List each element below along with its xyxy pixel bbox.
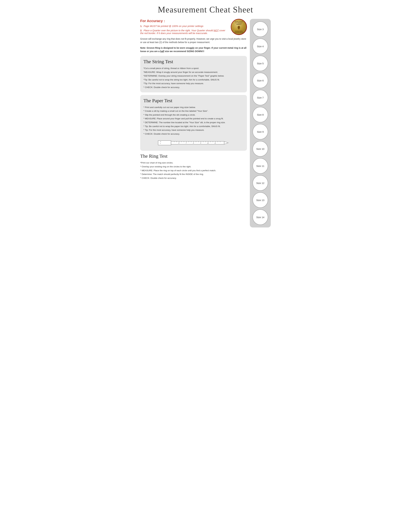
item2-text-before: Place a Quarter over the picture to the … — [144, 29, 214, 32]
right-sidebar: Size 3 Size 4 Size 5 Size 6 Size 7 Size … — [250, 19, 271, 228]
size-circle-13: Size 13 — [252, 192, 268, 208]
string-test-items: *Cut a small piece of string, thread or … — [143, 66, 244, 89]
coin-top-text: UNITED STATES — [234, 21, 243, 22]
svg-text:11: 11 — [215, 143, 216, 144]
main-layout: For Accuracy : 1. Page MUST be printed @… — [140, 19, 271, 228]
accuracy-item-1: 1. Page MUST be printed @ 100% on your p… — [140, 25, 228, 28]
size-circle-3: Size 3 — [252, 21, 268, 37]
size-circle-11: Size 11 — [252, 158, 268, 174]
size-circle-10: Size 10 — [252, 141, 268, 157]
ring-test-section: The Ring Test *Print our chart of ring s… — [140, 153, 247, 180]
svg-point-1 — [239, 27, 240, 27]
list-item: * Determine: The match should perfectly … — [140, 172, 247, 176]
list-item: * Print and carefully cut out our paper … — [143, 105, 244, 109]
svg-text:6: 6 — [178, 143, 179, 144]
size-circle-8: Size 8 — [252, 107, 268, 122]
string-test-title: The String Test — [143, 59, 244, 64]
list-item: *Print our chart of ring size circles. — [140, 161, 247, 165]
item2-number: 2. — [140, 29, 142, 32]
accuracy-text: For Accuracy : 1. Page MUST be printed @… — [140, 19, 228, 35]
accuracy-section: For Accuracy : 1. Page MUST be printed @… — [140, 19, 247, 35]
coin-profile-svg — [237, 25, 241, 31]
svg-text:8: 8 — [193, 143, 194, 144]
page-title: Measurement Cheat Sheet — [140, 5, 271, 14]
size-circle-4: Size 4 — [252, 38, 268, 54]
item1-number: 1. — [140, 25, 142, 28]
size-circle-9: Size 9 — [252, 124, 268, 139]
exchange-note: Groove will exchange any ring that does … — [140, 37, 247, 44]
snug-note: Note: Groove Ring is designed to be worn… — [140, 46, 247, 53]
list-item: * CHECK: Double check for accuracy. — [143, 86, 244, 89]
list-item: * MEASURE: Place the ring on top of each… — [140, 169, 247, 172]
list-item: *DETERMINE: Overlay your string measurem… — [143, 74, 244, 78]
size-circle-12: Size 12 — [252, 175, 268, 191]
ring-test-items: *Print our chart of ring size circles. *… — [140, 161, 247, 180]
ruler-svg: ½ 2 — [157, 138, 231, 148]
string-test-section: The String Test *Cut a small piece of st… — [140, 56, 247, 92]
list-item: *Tip: Be careful not to wrap the string … — [143, 78, 244, 82]
list-item: * MEASURE: Place around your finger and … — [143, 117, 244, 120]
paper-test-title: The Paper Test — [143, 98, 244, 103]
coin-bottom: QUARTER DOLLAR — [234, 32, 243, 33]
list-item: * CHECK: Double check for accuracy. — [140, 176, 247, 180]
size-circle-7: Size 7 — [252, 90, 268, 105]
accuracy-item-2: 2. Place a Quarter over the picture to t… — [140, 29, 228, 35]
list-item: * Tip: For the most accuracy, have someo… — [143, 128, 244, 132]
coin-in-god: IN GOD WE TRUST — [235, 31, 243, 32]
item2-not: NOT — [214, 29, 219, 32]
list-item: * Create a slit by making a small cut on… — [143, 109, 244, 113]
ring-test-title: The Ring Test — [140, 153, 247, 159]
snug-note-end: size we recommend SIZING DOWN!!! — [164, 50, 204, 53]
svg-text:7: 7 — [186, 143, 187, 144]
paper-test-section: The Paper Test * Print and carefully cut… — [140, 95, 247, 151]
ruler-container: ½ 2 — [143, 138, 244, 148]
coin-liberty: LIBERTY — [236, 24, 242, 25]
size-circle-6: Size 6 — [252, 73, 268, 88]
size-circle-5: Size 5 — [252, 56, 268, 71]
left-content: For Accuracy : 1. Page MUST be printed @… — [140, 19, 247, 182]
svg-text:2: 2 — [160, 143, 161, 144]
quarter-coin: UNITED STATES OF AMERICA LIBERTY IN GOD … — [231, 19, 247, 35]
list-item: *MEASURE: Wrap it snugly around your fin… — [143, 70, 244, 74]
quarter-coin-inner: UNITED STATES OF AMERICA LIBERTY IN GOD … — [232, 20, 246, 34]
accuracy-heading: For Accuracy : — [140, 19, 228, 23]
list-item: *Cut a small piece of string, thread or … — [143, 66, 244, 70]
snug-note-prefix: Note: — [140, 47, 147, 49]
list-item: * Overlay your existing ring on the circ… — [140, 165, 247, 169]
svg-marker-32 — [224, 141, 228, 144]
list-item: * CHECK: Double check for accuracy. — [143, 132, 244, 136]
svg-text:9: 9 — [200, 143, 201, 144]
list-item: * Slip the pointed end through the slit … — [143, 113, 244, 117]
list-item: * DETERMINE: The number line located at … — [143, 121, 244, 124]
svg-text:10: 10 — [207, 143, 209, 144]
item1-text: Page MUST be printed @ 100% on your prin… — [144, 25, 203, 28]
paper-test-items: * Print and carefully cut out our paper … — [143, 105, 244, 136]
snug-note-half: half — [160, 50, 164, 53]
coin-top-text2: OF AMERICA — [235, 22, 243, 23]
list-item: *Tip: For the most accuracy, have someon… — [143, 82, 244, 85]
svg-text:½: ½ — [160, 141, 161, 142]
list-item: * Tip: Be careful not to wrap the paper … — [143, 125, 244, 128]
size-circle-14: Size 14 — [252, 209, 268, 225]
